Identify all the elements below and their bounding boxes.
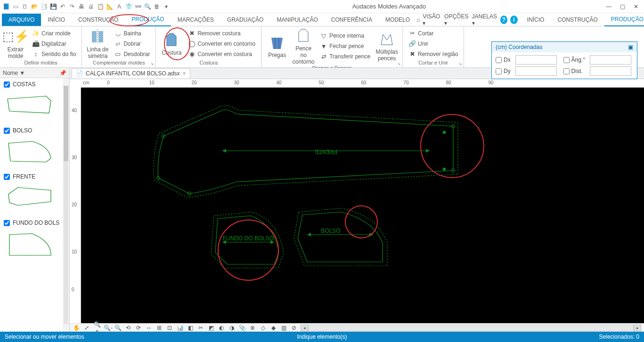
view-tool-13[interactable]: ◩ — [207, 325, 215, 331]
view-tool-8[interactable]: ⊞ — [155, 325, 163, 331]
opcoes-menu[interactable]: OPÇÕES ▾ — [444, 13, 469, 26]
close-button[interactable]: ✕ — [634, 3, 638, 10]
view-tool-15[interactable]: ◑ — [228, 325, 236, 331]
qat-button-4[interactable]: 📑 — [40, 2, 48, 11]
remover-regiao-button[interactable]: ✖Remover região — [407, 49, 460, 59]
dist-check[interactable] — [563, 68, 570, 74]
ang-input[interactable] — [590, 55, 631, 65]
info-icon[interactable]: i — [510, 16, 518, 24]
remover-costura-button[interactable]: ✖Remover costura — [186, 29, 257, 38]
view-tool-20[interactable]: ▥ — [280, 325, 287, 331]
home-icon[interactable]: ⌂ — [416, 16, 420, 23]
piece-check[interactable] — [4, 220, 10, 226]
qat-button-2[interactable]: 🗋 — [21, 2, 29, 11]
qat-button-13[interactable]: 👕 — [124, 2, 133, 11]
view-tool-6[interactable]: ⟳ — [135, 325, 142, 331]
criar-molde-button[interactable]: ✨Criar molde — [30, 29, 78, 38]
view-tool-19[interactable]: ◆ — [269, 325, 277, 331]
pregas-button[interactable]: Pregas — [265, 27, 289, 65]
piece-item[interactable]: FUNDO DO BOLS — [0, 217, 69, 263]
view-tool-3[interactable]: 🔍- — [104, 325, 111, 331]
view-tool-5[interactable]: ⟲ — [124, 325, 132, 331]
view-tool-16[interactable]: 📎 — [238, 325, 246, 331]
visao-menu[interactable]: VISÃO ▾ — [423, 13, 441, 26]
unir-button[interactable]: 🔗Unir — [407, 39, 460, 49]
dy-check[interactable] — [496, 68, 502, 74]
piece-item[interactable]: COSTAS — [0, 78, 69, 124]
janelas-menu[interactable]: JANELAS ▾ — [472, 13, 497, 26]
tab-produção[interactable]: PRODUÇÃO — [604, 13, 644, 26]
scrollbar[interactable] — [63, 78, 69, 332]
tab-modelo[interactable]: MODELO — [379, 14, 416, 26]
dx-check[interactable] — [496, 57, 502, 63]
qat-button-9[interactable]: 🖨 — [87, 2, 95, 11]
cortar-button[interactable]: ✂Cortar — [407, 29, 460, 38]
drawing-canvas[interactable]: FRENTE FUNDO DO BOLSO — [81, 88, 644, 323]
qat-button-8[interactable]: 🖶 — [77, 2, 86, 11]
piece-check[interactable] — [4, 128, 10, 134]
view-tool-14[interactable]: ◐ — [218, 325, 225, 331]
view-tool-4[interactable]: 🔍 — [114, 325, 122, 331]
piece-check[interactable] — [4, 174, 10, 180]
piece-item[interactable]: FRENTE — [0, 171, 69, 217]
fechar-pence-button[interactable]: ▼Fechar pence — [318, 41, 372, 51]
pin-icon[interactable]: 📌 — [59, 70, 66, 76]
pence-interna-button[interactable]: ▽Pence interna — [318, 31, 372, 41]
minimize-button[interactable]: — — [606, 3, 611, 10]
view-tool-7[interactable]: ↔ — [145, 325, 153, 331]
qat-button-0[interactable]: 📘 — [2, 2, 10, 11]
qat-button-11[interactable]: 📐 — [106, 2, 114, 11]
coordinates-panel[interactable]: (cm) Coordenadas ▣ Dx Âng.° Dy Dist. — [491, 41, 637, 79]
converter-costura-button[interactable]: ◉Converter em costura — [186, 49, 257, 59]
dobrar-button[interactable]: ▱Dobrar — [112, 39, 152, 49]
qat-button-6[interactable]: ↶ — [58, 2, 67, 11]
extrair-molde-button[interactable]: ⬚⚡ Extrair molde — [4, 27, 27, 60]
qat-button-17[interactable]: ▾ — [162, 2, 171, 11]
ang-check[interactable] — [563, 57, 570, 63]
qat-button-15[interactable]: 🔍 — [143, 2, 152, 11]
panel-title[interactable]: Nome ▼ — [3, 70, 25, 76]
qat-button-12[interactable]: A — [115, 2, 123, 11]
multiplas-pences-button[interactable]: Múltiplas pences — [375, 27, 399, 65]
tab-produção[interactable]: PRODUÇÃO — [125, 13, 171, 26]
view-tool-11[interactable]: ◧ — [187, 325, 194, 331]
close-tab-button[interactable]: × — [183, 70, 186, 77]
qat-button-16[interactable]: 🗑 — [153, 2, 161, 11]
dy-input[interactable] — [515, 66, 557, 76]
dx-input[interactable] — [515, 55, 557, 65]
coord-close-icon[interactable]: ▣ — [628, 44, 633, 50]
tab-graduação[interactable]: GRADUAÇÃO — [220, 14, 270, 26]
view-tool-10[interactable]: 📊 — [176, 325, 184, 331]
transferir-pence-button[interactable]: ⇄Transferir pence — [318, 52, 372, 61]
view-tool-17[interactable]: ⊗ — [249, 325, 256, 331]
desdobrar-button[interactable]: ▭Desdobrar — [112, 49, 152, 59]
help-icon[interactable]: ? — [500, 16, 508, 24]
qat-button-3[interactable]: 📂 — [30, 2, 39, 11]
costura-button[interactable]: Costura — [160, 27, 183, 60]
expand-icon[interactable]: ↘ — [150, 61, 154, 66]
view-tool-9[interactable]: ⊡ — [166, 325, 173, 331]
qat-button-10[interactable]: 📋 — [96, 2, 105, 11]
tab-início[interactable]: INÍCIO — [41, 14, 72, 26]
sentido-fio-button[interactable]: ↕Sentido do fio — [30, 49, 78, 59]
qat-button-1[interactable]: ▭ — [11, 2, 20, 11]
view-tool-12[interactable]: ✂ — [197, 325, 204, 331]
view-tool-18[interactable]: ◇ — [259, 325, 267, 331]
view-tool-21[interactable]: ⊘ — [290, 325, 298, 331]
qat-button-7[interactable]: ↷ — [68, 2, 76, 11]
pence-contorno-button[interactable]: Pence no contorno — [292, 27, 315, 65]
bainha-button[interactable]: ◡Bainha — [112, 29, 152, 38]
qat-button-5[interactable]: 💾 — [49, 2, 57, 11]
converter-contorno-button[interactable]: ◯Converter em contorno — [186, 39, 257, 49]
tab-conferência[interactable]: CONFERÊNCIA — [325, 14, 379, 26]
file-tab[interactable]: ARQUIVO — [2, 14, 41, 26]
view-tool-1[interactable]: ⤢ — [83, 325, 90, 331]
maximize-button[interactable]: ▢ — [620, 3, 625, 10]
h-scrollbar[interactable]: ◂▸ — [301, 325, 641, 331]
tab-manipulação[interactable]: MANIPULAÇÃO — [270, 14, 324, 26]
digitalizar-button[interactable]: 📠Digitalizar — [30, 39, 78, 49]
piece-check[interactable] — [4, 81, 10, 88]
tab-marcações[interactable]: MARCAÇÕES — [171, 14, 220, 26]
dist-input[interactable] — [590, 66, 631, 76]
view-tool-0[interactable]: ✋ — [73, 325, 80, 331]
